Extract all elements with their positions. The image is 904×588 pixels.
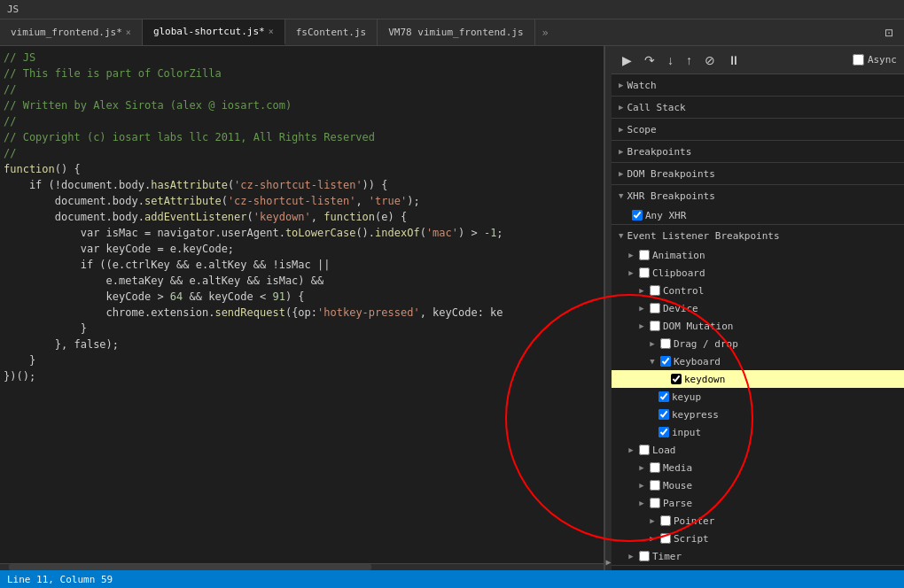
code-line: }, false); <box>0 337 604 352</box>
expand-arrow: ▶ <box>647 516 658 525</box>
code-line: keyCode > 64 && keyCode < 91) { <box>0 289 604 305</box>
expand-arrow: ▶ <box>626 251 636 259</box>
pointer-checkbox[interactable] <box>660 515 671 526</box>
tab-vimium-frontend[interactable]: vimium_frontend.js* × <box>0 19 143 45</box>
media-checkbox[interactable] <box>650 462 660 473</box>
main-content: // JS // This file is part of ColorZilla… <box>0 46 904 570</box>
keyup-checkbox[interactable] <box>659 391 669 402</box>
call-stack-header[interactable]: ▶ Call Stack <box>612 97 904 118</box>
arrow-icon: ▶ <box>619 169 623 178</box>
drag-drop-checkbox[interactable] <box>660 338 671 349</box>
scope-header[interactable]: ▶ Scope <box>612 119 904 140</box>
any-xhr-item[interactable]: Any XHR <box>612 206 904 224</box>
keydown-item[interactable]: keydown <box>612 370 904 388</box>
keyup-item[interactable]: keyup <box>612 388 904 406</box>
expand-tab-button[interactable]: ⊡ <box>881 25 897 41</box>
parse-item[interactable]: ▶ Parse <box>612 494 904 512</box>
xhr-breakpoints-section: ▼ XHR Breakpoints Any XHR <box>612 185 904 225</box>
input-checkbox[interactable] <box>659 427 669 437</box>
any-xhr-checkbox[interactable] <box>632 210 643 220</box>
dom-mutation-checkbox[interactable] <box>650 321 660 331</box>
step-into-button[interactable]: ↓ <box>664 51 677 69</box>
code-line: // <box>0 145 604 161</box>
horizontal-scrollbar[interactable] <box>0 563 604 570</box>
tab-vm78[interactable]: VM78 vimium_frontend.js <box>378 19 534 45</box>
section-label: Breakpoints <box>627 146 691 158</box>
async-checkbox[interactable] <box>853 54 864 66</box>
arrow-icon: ▶ <box>619 103 623 112</box>
arrow-icon: ▶ <box>619 125 623 134</box>
expand-arrow: ▼ <box>647 357 658 366</box>
expand-arrow: ▶ <box>647 534 658 543</box>
tab-label: global-shortcut.js* <box>153 26 265 37</box>
dom-breakpoints-header[interactable]: ▶ DOM Breakpoints <box>612 163 904 184</box>
close-icon[interactable]: × <box>126 27 131 37</box>
clipboard-checkbox[interactable] <box>639 267 650 278</box>
panel-resize-handle[interactable]: ▶ <box>604 46 612 570</box>
parse-checkbox[interactable] <box>650 498 660 508</box>
panel-scroll[interactable]: ▶ Watch ▶ Call Stack ▶ Scope <box>612 74 904 570</box>
step-over-button[interactable]: ↷ <box>641 51 659 69</box>
load-checkbox[interactable] <box>639 445 650 455</box>
keypress-checkbox[interactable] <box>659 409 669 420</box>
timer-checkbox[interactable] <box>639 551 650 561</box>
expand-arrow: ▶ <box>647 339 658 348</box>
keyboard-label: Keyboard <box>674 356 721 368</box>
drag-drop-item[interactable]: ▶ Drag / drop <box>612 335 904 352</box>
keyboard-item[interactable]: ▼ Keyboard <box>612 352 904 370</box>
mouse-checkbox[interactable] <box>650 480 660 491</box>
breakpoints-header[interactable]: ▶ Breakpoints <box>612 141 904 162</box>
call-stack-section: ▶ Call Stack <box>612 97 904 119</box>
script-item[interactable]: ▶ Script <box>612 530 904 547</box>
load-item[interactable]: ▶ Load <box>612 441 904 459</box>
watch-section: ▶ Watch <box>612 74 904 97</box>
deactivate-button[interactable]: ⊘ <box>701 51 719 69</box>
device-item[interactable]: ▶ Device <box>612 299 904 317</box>
resume-button[interactable]: ▶ <box>619 51 635 69</box>
drag-drop-label: Drag / drop <box>674 338 738 350</box>
expand-arrow: ▶ <box>636 481 647 490</box>
pointer-item[interactable]: ▶ Pointer <box>612 512 904 530</box>
code-line: // JS <box>0 50 604 66</box>
device-checkbox[interactable] <box>650 303 660 313</box>
watch-header[interactable]: ▶ Watch <box>612 74 904 96</box>
keypress-label: keypress <box>672 409 719 421</box>
timer-item[interactable]: ▶ Timer <box>612 547 904 565</box>
animation-label: Animation <box>652 250 705 261</box>
tab-global-shortcut[interactable]: global-shortcut.js* × <box>143 19 285 45</box>
media-label: Media <box>663 462 692 474</box>
dom-mutation-item[interactable]: ▶ DOM Mutation <box>612 317 904 335</box>
keydown-checkbox[interactable] <box>671 374 682 384</box>
code-area[interactable]: // JS // This file is part of ColorZilla… <box>0 46 604 563</box>
tab-label: vimium_frontend.js* <box>11 27 122 38</box>
code-line: document.body.setAttribute('cz-shortcut-… <box>0 193 604 209</box>
breakpoints-section: ▶ Breakpoints <box>612 141 904 163</box>
media-item[interactable]: ▶ Media <box>612 459 904 476</box>
tab-fscontent[interactable]: fsContent.js <box>285 19 378 45</box>
tab-overflow[interactable]: » <box>535 19 556 45</box>
event-listener-header[interactable]: ▼ Event Listener Breakpoints <box>612 225 904 246</box>
close-icon[interactable]: × <box>269 27 274 36</box>
tab-controls: ⊡ <box>874 19 904 45</box>
code-line: // Copyright (c) iosart labs llc 2011, A… <box>0 129 604 145</box>
animation-item[interactable]: ▶ Animation <box>612 246 904 264</box>
control-item[interactable]: ▶ Control <box>612 282 904 299</box>
pause-button[interactable]: ⏸ <box>724 51 744 69</box>
keypress-item[interactable]: keypress <box>612 406 904 423</box>
load-label: Load <box>652 445 676 456</box>
mouse-item[interactable]: ▶ Mouse <box>612 476 904 494</box>
status-label: Line 11, Column 59 <box>7 574 113 585</box>
keyboard-checkbox[interactable] <box>660 356 671 367</box>
expand-arrow: ▶ <box>636 499 647 507</box>
step-out-button[interactable]: ↑ <box>682 51 696 69</box>
code-line: // <box>0 81 604 97</box>
code-line: var isMac = navigator.userAgent.toLowerC… <box>0 225 604 241</box>
clipboard-item[interactable]: ▶ Clipboard <box>612 264 904 282</box>
section-label: DOM Breakpoints <box>627 168 714 180</box>
section-label: Call Stack <box>627 102 685 113</box>
script-checkbox[interactable] <box>660 533 671 544</box>
control-checkbox[interactable] <box>650 285 660 296</box>
input-item[interactable]: input <box>612 423 904 441</box>
xhr-breakpoints-header[interactable]: ▼ XHR Breakpoints <box>612 185 904 206</box>
animation-checkbox[interactable] <box>639 250 650 260</box>
